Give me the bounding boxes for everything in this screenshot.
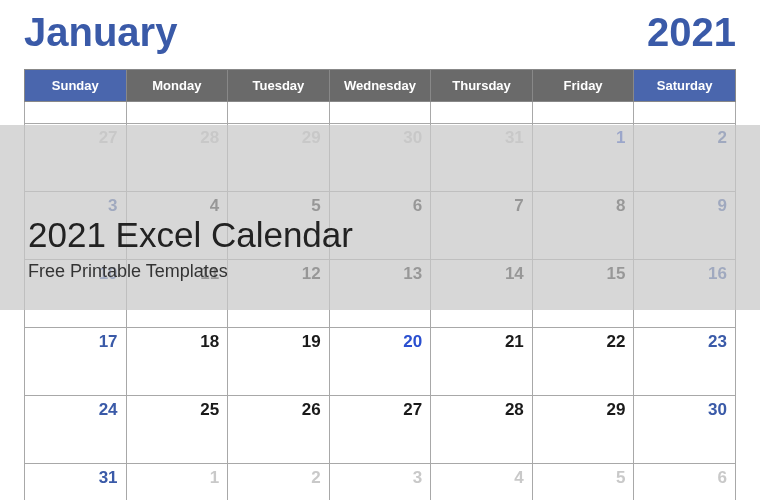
calendar-day-cell: [329, 102, 431, 124]
weekday-header: Saturday: [634, 70, 736, 102]
calendar-day-cell: [634, 102, 736, 124]
title-overlay: 2021 Excel Calendar Free Printable Templ…: [0, 125, 760, 310]
calendar-day-cell: 26: [228, 396, 330, 464]
calendar-week-row: [25, 102, 736, 124]
weekday-header-row: Sunday Monday Tuesday Wednesday Thursday…: [25, 70, 736, 102]
calendar-day-cell: [25, 102, 127, 124]
calendar-day-cell: 3: [329, 464, 431, 501]
calendar-day-cell: 1: [126, 464, 228, 501]
overlay-subtitle: Free Printable Templates: [28, 261, 760, 282]
calendar-day-cell: 2: [228, 464, 330, 501]
calendar-day-cell: 5: [532, 464, 634, 501]
calendar-day-cell: [431, 102, 533, 124]
overlay-title: 2021 Excel Calendar: [28, 215, 760, 255]
calendar-day-cell: [228, 102, 330, 124]
calendar-day-cell: 4: [431, 464, 533, 501]
calendar-day-cell: [532, 102, 634, 124]
calendar-day-cell: 19: [228, 328, 330, 396]
calendar-day-cell: 17: [25, 328, 127, 396]
year-title: 2021: [647, 10, 736, 55]
calendar-week-row: 17181920212223: [25, 328, 736, 396]
calendar-day-cell: 30: [634, 396, 736, 464]
calendar-day-cell: 31: [25, 464, 127, 501]
calendar-day-cell: 29: [532, 396, 634, 464]
calendar-day-cell: 22: [532, 328, 634, 396]
calendar-week-row: 24252627282930: [25, 396, 736, 464]
weekday-header: Friday: [532, 70, 634, 102]
weekday-header: Wednesday: [329, 70, 431, 102]
month-title: January: [24, 10, 177, 55]
weekday-header: Monday: [126, 70, 228, 102]
weekday-header: Tuesday: [228, 70, 330, 102]
calendar-day-cell: 28: [431, 396, 533, 464]
calendar-day-cell: 21: [431, 328, 533, 396]
weekday-header: Thursday: [431, 70, 533, 102]
calendar-day-cell: 25: [126, 396, 228, 464]
calendar-day-cell: 24: [25, 396, 127, 464]
weekday-header: Sunday: [25, 70, 127, 102]
calendar-day-cell: 27: [329, 396, 431, 464]
calendar-week-row: 31123456: [25, 464, 736, 501]
calendar-day-cell: 23: [634, 328, 736, 396]
calendar-day-cell: 18: [126, 328, 228, 396]
calendar-day-cell: 6: [634, 464, 736, 501]
calendar-day-cell: [126, 102, 228, 124]
calendar-day-cell: 20: [329, 328, 431, 396]
calendar-header: January 2021: [0, 0, 760, 69]
